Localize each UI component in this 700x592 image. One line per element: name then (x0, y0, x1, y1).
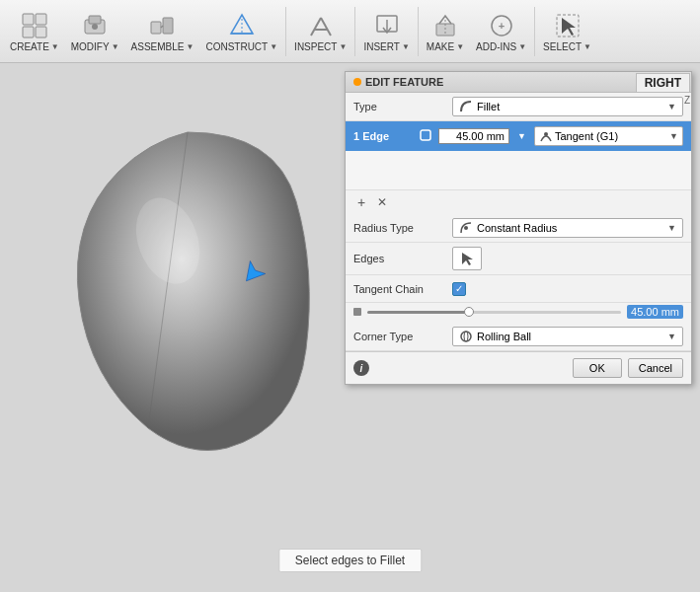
svg-point-29 (464, 226, 468, 230)
tangent-chain-value: ✓ (452, 282, 683, 296)
fillet-icon (459, 100, 473, 113)
assemble-dropdown-arrow: ▼ (186, 42, 194, 51)
insert-label: INSERT ▼ (363, 41, 409, 52)
edges-selector[interactable] (452, 247, 482, 270)
edges-row: Edges (346, 243, 691, 275)
svg-line-14 (321, 18, 331, 36)
view-right-container: RIGHT Z (636, 73, 690, 106)
footer-buttons: OK Cancel (573, 358, 683, 378)
status-text: Select edges to Fillet (295, 554, 405, 567)
tangent-chain-row: Tangent Chain ✓ (346, 275, 691, 303)
svg-rect-3 (36, 27, 46, 37)
slider-thumb[interactable] (464, 307, 474, 317)
corner-type-arrow: ▼ (667, 332, 676, 341)
toolbar-inspect[interactable]: INSPECT ▼ (288, 6, 352, 56)
toolbar-select[interactable]: SELECT ▼ (537, 6, 597, 56)
toolbar-sep-2 (354, 7, 355, 56)
tangent-chain-label: Tangent Chain (353, 283, 452, 295)
radius-type-value: Constant Radius ▼ (452, 218, 683, 238)
info-icon[interactable]: i (353, 360, 369, 376)
slider-row: 45.00 mm (346, 303, 691, 323)
inspect-icon (305, 10, 337, 41)
modify-label: MODIFY ▼ (71, 41, 119, 52)
make-icon (429, 10, 461, 41)
svg-point-31 (461, 332, 471, 341)
radius-type-label: Radius Type (353, 222, 452, 234)
svg-rect-27 (421, 130, 430, 140)
toolbar-create[interactable]: CREATE ▼ (4, 6, 65, 56)
panel-dot (353, 78, 361, 86)
radius-type-arrow: ▼ (667, 223, 676, 233)
panel-title: EDIT FEATURE (353, 76, 443, 88)
radius-type-row: Radius Type Constant Radius ▼ (346, 214, 691, 243)
toolbar-make[interactable]: MAKE ▼ (421, 6, 470, 56)
edit-feature-panel: EDIT FEATURE □ Type Fillet ▼ (345, 71, 692, 385)
toolbar-sep-3 (418, 7, 419, 56)
constant-radius-icon (459, 221, 473, 235)
axis-label: Z (636, 95, 690, 106)
select-icon (552, 10, 583, 41)
tangent-dropdown[interactable]: Tangent (G1) ▼ (534, 126, 683, 146)
construct-dropdown-arrow: ▼ (270, 42, 277, 51)
svg-rect-2 (23, 27, 34, 37)
make-label: MAKE ▼ (427, 41, 464, 52)
svg-rect-5 (89, 16, 101, 24)
empty-area (346, 151, 691, 190)
slider-track[interactable] (367, 311, 621, 314)
toolbar-sep-4 (534, 7, 535, 56)
toolbar-sep-1 (285, 7, 286, 56)
edge-label: 1 Edge (353, 130, 413, 142)
svg-marker-23 (562, 18, 576, 36)
svg-point-6 (92, 24, 98, 30)
assemble-label: ASSEMBLE ▼ (131, 41, 194, 52)
radius-type-dropdown[interactable]: Constant Radius ▼ (452, 218, 683, 238)
status-bar: Select edges to Fillet (278, 549, 422, 572)
tangent-chain-checkbox[interactable]: ✓ (452, 282, 466, 296)
edge-icon (419, 128, 432, 144)
inspect-dropdown-arrow: ▼ (339, 42, 347, 51)
add-remove-row: + ✕ (346, 190, 691, 214)
viewport[interactable]: RIGHT Z Select edges to Fillet EDIT FEAT… (0, 63, 700, 592)
ok-button[interactable]: OK (573, 358, 622, 378)
insert-icon (371, 10, 403, 41)
toolbar-modify[interactable]: MODIFY ▼ (65, 6, 125, 56)
edge-value-input[interactable] (438, 128, 509, 144)
corner-type-value: Rolling Ball ▼ (452, 327, 683, 346)
create-icon (19, 10, 50, 41)
assemble-icon (146, 10, 178, 41)
edge-row[interactable]: 1 Edge ▼ Tangent (G1) ▼ (346, 121, 691, 151)
add-edge-button[interactable]: + (353, 194, 369, 210)
edges-label: Edges (353, 253, 452, 264)
cursor-icon (459, 251, 475, 266)
view-right-label: RIGHT (636, 73, 690, 93)
svg-text:+: + (498, 20, 504, 32)
make-dropdown-arrow: ▼ (456, 42, 464, 51)
svg-rect-7 (151, 22, 161, 34)
create-label: CREATE ▼ (10, 41, 59, 52)
remove-edge-button[interactable]: ✕ (373, 195, 391, 209)
svg-rect-0 (23, 14, 34, 25)
svg-point-28 (544, 132, 548, 136)
toolbar-addins[interactable]: + ADD-INS ▼ (470, 6, 532, 56)
svg-marker-26 (239, 261, 266, 288)
cancel-button[interactable]: Cancel (628, 358, 683, 378)
type-label: Type (353, 101, 452, 112)
addins-dropdown-arrow: ▼ (518, 42, 526, 51)
select-label: SELECT ▼ (543, 41, 591, 52)
addins-icon: + (486, 10, 517, 41)
slider-value: 45.00 mm (627, 305, 683, 319)
select-dropdown-arrow: ▼ (583, 42, 591, 51)
toolbar-assemble[interactable]: ASSEMBLE ▼ (125, 6, 200, 56)
svg-line-13 (311, 18, 321, 36)
corner-type-row: Corner Type Rolling Ball ▼ (346, 323, 691, 351)
3d-shape (59, 122, 316, 458)
corner-type-dropdown[interactable]: Rolling Ball ▼ (452, 327, 683, 346)
slider-start-indicator (353, 308, 361, 316)
svg-point-32 (464, 332, 468, 341)
edges-value (452, 247, 683, 270)
construct-label: CONSTRUCT ▼ (205, 41, 277, 52)
modify-icon (79, 10, 111, 41)
toolbar-insert[interactable]: INSERT ▼ (357, 6, 415, 56)
toolbar-construct[interactable]: CONSTRUCT ▼ (199, 6, 283, 56)
inspect-label: INSPECT ▼ (294, 41, 347, 52)
